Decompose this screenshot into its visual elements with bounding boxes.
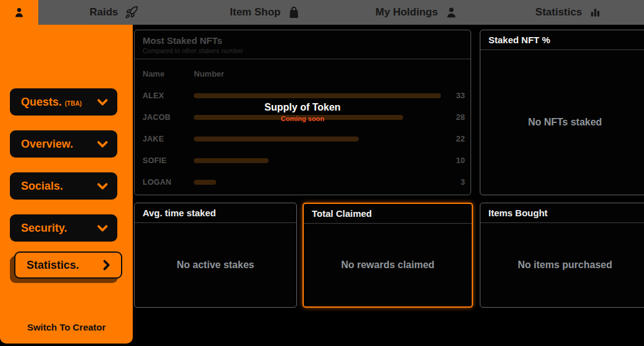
sidebar-item-label: Security. [21, 222, 67, 235]
nav-item-raids[interactable]: Raids [38, 0, 190, 25]
chart-row: LOGAN3 [135, 171, 470, 193]
chart-bar [194, 180, 216, 185]
chart-row-value: 28 [441, 112, 470, 122]
person-icon [445, 6, 458, 19]
chart-bar-track [194, 158, 441, 163]
chart-row-value: 22 [441, 134, 470, 143]
column-header-name: Name [135, 69, 194, 78]
nav-label: Statistics [535, 6, 582, 19]
chart-bar [194, 158, 269, 163]
person-icon [13, 6, 25, 19]
chart-bar-track [194, 137, 441, 141]
sidebar: Quests.(TBA) Overview. Socials. Security… [0, 0, 133, 344]
chart-bar-track [194, 115, 441, 120]
nav-label: Item Shop [230, 6, 280, 19]
sidebar-item-quests[interactable]: Quests.(TBA) [10, 88, 117, 116]
chart-bar-track [194, 180, 441, 185]
top-nav-bar: Raids Item Shop My Holdings Statist [38, 0, 644, 25]
empty-state-text: No rewards claimed [304, 224, 472, 306]
chart-row-value: 3 [441, 177, 470, 187]
sidebar-item-security[interactable]: Security. [10, 214, 117, 242]
chart-row-label: LOGAN [135, 178, 194, 187]
chevron-right-icon [99, 258, 113, 272]
chart-subtitle: Compared to other stakers number [143, 47, 462, 54]
switch-to-creator-link[interactable]: Switch To Creator [0, 322, 133, 332]
tba-badge: (TBA) [65, 100, 82, 107]
chart-row: SOFIE10 [135, 150, 470, 171]
items-bought-panel: Items Bought No items purchased [480, 203, 644, 308]
sidebar-item-label: Overview. [21, 138, 73, 151]
nav-item-my-holdings[interactable]: My Holdings [341, 0, 493, 25]
chart-bar [194, 93, 441, 98]
nav-label: Raids [90, 6, 118, 19]
chart-bar-track [194, 93, 441, 98]
chart-row-label: SOFIE [135, 156, 194, 165]
panel-title: Avg. time staked [135, 203, 296, 223]
chart-header: Most Staked NFTs Compared to other stake… [135, 30, 470, 59]
profile-button[interactable] [0, 0, 38, 25]
nav-item-item-shop[interactable]: Item Shop [190, 0, 341, 25]
staked-nft-pct-panel: Staked NFT % No NFTs staked [480, 30, 644, 195]
shopping-bag-icon [287, 6, 301, 19]
sidebar-item-statistics[interactable]: Statistics. [14, 251, 122, 279]
chart-row-label: ALEX [135, 91, 194, 100]
nav-label: My Holdings [375, 6, 438, 19]
chevron-down-icon [96, 179, 109, 193]
chart-row-value: 33 [441, 91, 470, 100]
sidebar-item-label: Socials. [21, 180, 63, 193]
avg-time-staked-panel: Avg. time staked No active stakes [134, 203, 297, 308]
empty-state-text: No NFTs staked [480, 50, 644, 194]
column-header-number: Number [194, 69, 224, 78]
panel-title: Total Claimed [304, 204, 472, 224]
empty-state-text: No active stakes [135, 223, 296, 306]
sidebar-item-label: Quests.(TBA) [21, 96, 82, 109]
chart-bar [194, 115, 403, 120]
chart-rows: ALEX33JACOB28JAKE22SOFIE10LOGAN3 [135, 85, 470, 193]
empty-state-text: No items purchased [480, 223, 644, 306]
bar-chart-icon [589, 6, 601, 19]
chart-row: JACOB28 [135, 106, 470, 128]
chart-row-label: JACOB [135, 113, 194, 122]
chevron-down-icon [96, 221, 109, 235]
nav-item-statistics[interactable]: Statistics [493, 0, 644, 25]
chart-row-label: JAKE [135, 135, 194, 143]
sidebar-item-socials[interactable]: Socials. [10, 172, 117, 200]
chart-row: JAKE22 [135, 128, 470, 150]
panel-title: Staked NFT % [480, 30, 644, 50]
chart-bar [194, 137, 359, 141]
sidebar-item-overview[interactable]: Overview. [10, 130, 117, 158]
chart-title: Most Staked NFTs [143, 35, 462, 46]
chevron-down-icon [96, 137, 109, 151]
total-claimed-panel[interactable]: Total Claimed No rewards claimed [303, 203, 473, 308]
rocket-icon [125, 6, 138, 19]
chart-row-value: 10 [441, 156, 470, 165]
chart-row: ALEX33 [135, 85, 470, 106]
most-staked-nfts-panel: Most Staked NFTs Compared to other stake… [134, 30, 471, 195]
chart-column-headers: Name Number [135, 69, 470, 78]
chevron-down-icon [96, 95, 109, 109]
sidebar-item-label: Statistics. [27, 259, 79, 272]
panel-title: Items Bought [480, 203, 644, 223]
